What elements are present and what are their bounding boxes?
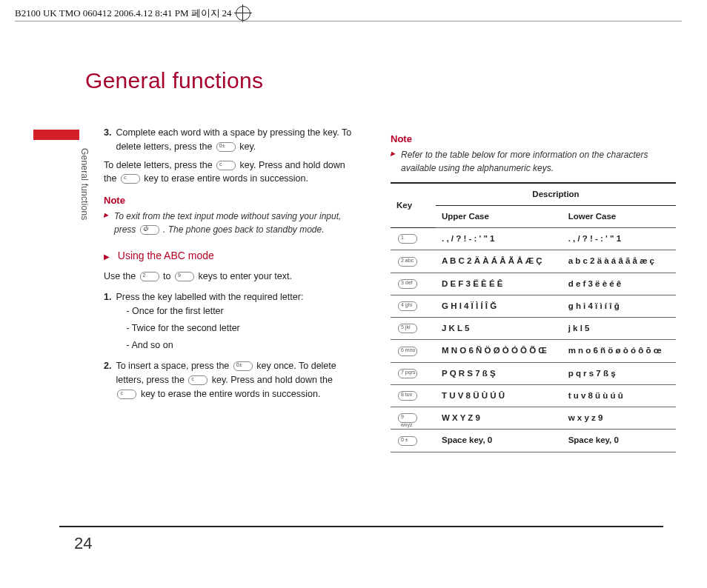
- step-3: 3. Complete each word with a space by pr…: [104, 126, 356, 154]
- end-key-icon: [140, 225, 159, 235]
- step-text: Press the key labelled with the required…: [116, 290, 303, 355]
- side-label: General functions: [79, 148, 90, 220]
- lower-cell: j k l 5: [562, 318, 676, 340]
- nine-key-icon: [175, 272, 194, 281]
- two-key-icon: [140, 272, 159, 281]
- keypad-key-icon: [398, 301, 417, 311]
- key-cell: [391, 318, 436, 340]
- table-row: D E F 3 Ë È É Êd e f 3 ë è é ê: [391, 273, 676, 295]
- lower-cell: Space key, 0: [562, 430, 676, 452]
- step-1: 1. Press the key labelled with the requi…: [104, 290, 356, 355]
- manual-page: B2100 UK TMO 060412 2006.4.12 8:41 PM 페이…: [0, 0, 707, 588]
- keypad-key-icon: [398, 391, 417, 401]
- keypad-key-icon: [398, 257, 417, 267]
- dash-item: - Twice for the second letter: [116, 321, 303, 335]
- abc-mode-heading: Using the ABC mode: [104, 248, 356, 264]
- keypad-key-icon: [398, 413, 417, 423]
- lower-cell: p q r s 7 ß ş: [562, 362, 676, 384]
- upper-cell: D E F 3 Ë È É Ê: [436, 273, 562, 295]
- right-column: Note Refer to the table below for more i…: [391, 126, 676, 452]
- lower-cell: m n o 6 ñ ö ø ò ó ô õ œ: [562, 340, 676, 362]
- char-table: Key Description Upper Case Lower Case . …: [391, 182, 676, 452]
- clear-key-icon: [117, 390, 136, 399]
- upper-cell: J K L 5: [436, 318, 562, 340]
- delete-paragraph: To delete letters, press the key. Press …: [104, 158, 356, 187]
- key-cell: [391, 250, 436, 273]
- dash-item: - And so on: [116, 338, 303, 353]
- keypad-key-icon: [398, 279, 417, 289]
- clear-key-icon: [121, 174, 140, 184]
- lower-cell: . , / ? ! - : ' " 1: [562, 228, 676, 250]
- key-cell: [391, 273, 436, 295]
- key-cell: [391, 228, 436, 250]
- step-text: To insert a space, press the key once. T…: [116, 359, 356, 401]
- table-row: Space key, 0Space key, 0: [391, 430, 676, 452]
- page-title: General functions: [85, 68, 263, 93]
- left-column: 3. Complete each word with a space by pr…: [104, 126, 356, 406]
- upper-cell: A B C 2 Ä À Á Â Ã Å Æ Ç: [436, 250, 562, 273]
- upper-cell: . , / ? ! - : ' " 1: [436, 228, 562, 250]
- th-upper: Upper Case: [436, 205, 562, 227]
- keypad-key-icon: [398, 369, 417, 378]
- upper-cell: T U V 8 Ü Ù Ú Û: [436, 384, 562, 407]
- use-line: Use the to keys to enter your text.: [104, 270, 356, 284]
- chapter-tab: [33, 130, 79, 140]
- keypad-key-icon: [398, 436, 417, 446]
- upper-cell: W X Y Z 9: [436, 407, 562, 430]
- keypad-key-icon: [398, 324, 417, 333]
- clear-key-icon: [216, 161, 236, 170]
- lower-cell: a b c 2 ä à á â ã å æ ç: [562, 250, 676, 273]
- lower-cell: w x y z 9: [562, 407, 676, 430]
- key-cell: [391, 384, 436, 407]
- lower-cell: d e f 3 ë è é ê: [562, 273, 676, 295]
- note-body: To exit from the text input mode without…: [114, 210, 356, 236]
- dash-item: - Once for the first letter: [116, 304, 303, 318]
- step-2: 2. To insert a space, press the key once…: [104, 359, 356, 401]
- key-cell: [391, 295, 436, 317]
- page-word: 페이지: [191, 7, 220, 20]
- keypad-key-icon: [398, 347, 417, 356]
- note-heading: Note: [391, 132, 676, 147]
- lower-cell: t u v 8 ü ù ú û: [562, 384, 676, 407]
- print-header: B2100 UK TMO 060412 2006.4.12 8:41 PM 페이…: [15, 6, 250, 21]
- header-page-no: 24: [222, 7, 232, 19]
- page-number: 24: [74, 534, 92, 553]
- note-heading: Note: [104, 193, 356, 208]
- footer-rule: [59, 526, 663, 527]
- key-cell: [391, 340, 436, 362]
- note-body: Refer to the table below for more inform…: [401, 148, 676, 175]
- th-key: Key: [391, 183, 436, 228]
- zero-key-icon: [216, 142, 236, 152]
- key-cell: [391, 362, 436, 384]
- step-text: Complete each word with a space by press…: [116, 126, 356, 154]
- th-desc: Description: [436, 183, 676, 206]
- step-number: 1.: [104, 290, 111, 355]
- key-cell: [391, 407, 436, 430]
- table-row: M N O 6 Ñ Ö Ø Ò Ó Ô Õ Œm n o 6 ñ ö ø ò ó…: [391, 340, 676, 362]
- upper-cell: Space key, 0: [436, 430, 562, 452]
- table-row: J K L 5j k l 5: [391, 318, 676, 340]
- zero-key-icon: [233, 361, 253, 371]
- key-cell: [391, 430, 436, 452]
- lower-cell: g h i 4 ï ì í î ğ: [562, 295, 676, 317]
- clear-key-icon: [188, 375, 208, 385]
- upper-cell: G H I 4 Ï Ì Í Î Ğ: [436, 295, 562, 317]
- upper-cell: P Q R S 7 ß Ş: [436, 362, 562, 384]
- upper-cell: M N O 6 Ñ Ö Ø Ò Ó Ô Õ Œ: [436, 340, 562, 362]
- table-row: T U V 8 Ü Ù Ú Ût u v 8 ü ù ú û: [391, 384, 676, 407]
- header-rule: [15, 21, 682, 21]
- crop-mark-icon: [236, 6, 250, 21]
- table-row: W X Y Z 9w x y z 9: [391, 407, 676, 430]
- table-row: A B C 2 Ä À Á Â Ã Å Æ Ça b c 2 ä à á â ã…: [391, 250, 676, 273]
- step-number: 2.: [104, 359, 111, 401]
- doc-id: B2100 UK TMO 060412 2006.4.12 8:41 PM: [15, 7, 189, 19]
- th-lower: Lower Case: [562, 205, 676, 227]
- step-number: 3.: [104, 126, 111, 154]
- table-row: . , / ? ! - : ' " 1. , / ? ! - : ' " 1: [391, 228, 676, 250]
- table-row: P Q R S 7 ß Şp q r s 7 ß ş: [391, 362, 676, 384]
- table-row: G H I 4 Ï Ì Í Î Ğg h i 4 ï ì í î ğ: [391, 295, 676, 317]
- keypad-key-icon: [398, 234, 417, 244]
